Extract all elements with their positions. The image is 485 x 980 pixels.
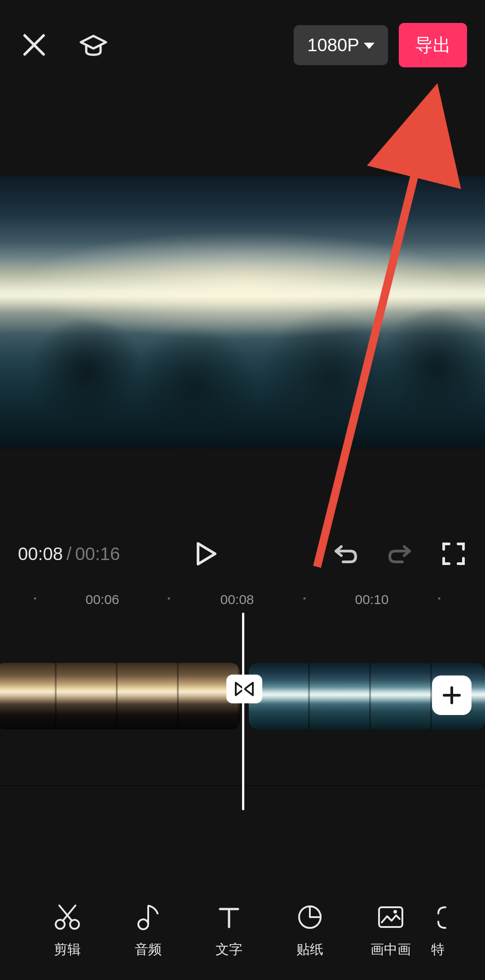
time-separator: / bbox=[66, 544, 71, 564]
tool-label: 画中画 bbox=[370, 940, 411, 959]
add-clip-button[interactable] bbox=[432, 675, 472, 715]
sticker-icon bbox=[295, 903, 324, 931]
undo-button[interactable] bbox=[332, 540, 359, 567]
top-left-group bbox=[18, 29, 110, 61]
scissors-icon bbox=[53, 903, 82, 931]
tool-label: 文字 bbox=[216, 940, 242, 959]
bottom-toolbar: 剪辑 音频 文字 贴纸 画中画 特 bbox=[0, 881, 485, 980]
redo-button[interactable] bbox=[386, 540, 413, 567]
ruler-tick: 00:08 bbox=[220, 592, 254, 607]
play-button[interactable] bbox=[193, 540, 220, 567]
tool-label: 剪辑 bbox=[54, 940, 81, 959]
play-center bbox=[79, 540, 332, 567]
tool-text[interactable]: 文字 bbox=[189, 903, 269, 959]
svg-point-6 bbox=[393, 910, 397, 914]
fullscreen-button[interactable] bbox=[440, 540, 467, 567]
close-icon[interactable] bbox=[18, 29, 50, 61]
ruler-dot bbox=[438, 597, 441, 600]
ruler-tick: 00:06 bbox=[85, 592, 119, 607]
ruler-dot bbox=[304, 597, 306, 600]
tool-edit[interactable]: 剪辑 bbox=[27, 903, 108, 959]
tool-label: 贴纸 bbox=[296, 940, 323, 959]
playback-bar: 00:08 / 00:16 bbox=[0, 529, 485, 578]
clip-1[interactable] bbox=[0, 663, 240, 729]
ruler-tick: 00:10 bbox=[355, 592, 388, 607]
transition-button[interactable] bbox=[226, 675, 262, 703]
svg-point-3 bbox=[138, 919, 148, 929]
export-button[interactable]: 导出 bbox=[399, 23, 467, 67]
top-bar: 1080P 导出 bbox=[0, 0, 485, 90]
tool-audio[interactable]: 音频 bbox=[108, 903, 189, 959]
current-time: 00:08 bbox=[18, 544, 63, 564]
picture-in-picture-icon bbox=[376, 903, 405, 931]
resolution-button[interactable]: 1080P bbox=[294, 25, 388, 65]
tool-label: 音频 bbox=[135, 940, 162, 959]
tool-pip[interactable]: 画中画 bbox=[350, 903, 431, 959]
tutorial-icon[interactable] bbox=[77, 29, 110, 61]
text-icon bbox=[215, 903, 243, 931]
timeline-ruler[interactable]: 00:06 00:08 00:10 bbox=[0, 584, 485, 611]
play-right-group bbox=[332, 540, 467, 567]
tool-effects-peek[interactable]: 特 bbox=[431, 903, 458, 959]
annotation-arrow bbox=[0, 0, 485, 980]
video-preview[interactable] bbox=[0, 176, 485, 449]
export-label: 导出 bbox=[415, 35, 451, 55]
tool-label: 特 bbox=[431, 940, 445, 959]
ruler-dot bbox=[168, 597, 170, 600]
ruler-dot bbox=[34, 597, 36, 600]
tool-sticker[interactable]: 贴纸 bbox=[269, 903, 350, 959]
resolution-label: 1080P bbox=[307, 35, 359, 55]
music-note-icon bbox=[134, 903, 163, 931]
playhead[interactable] bbox=[242, 613, 244, 810]
chevron-down-icon bbox=[364, 43, 375, 49]
effects-icon bbox=[431, 903, 460, 931]
